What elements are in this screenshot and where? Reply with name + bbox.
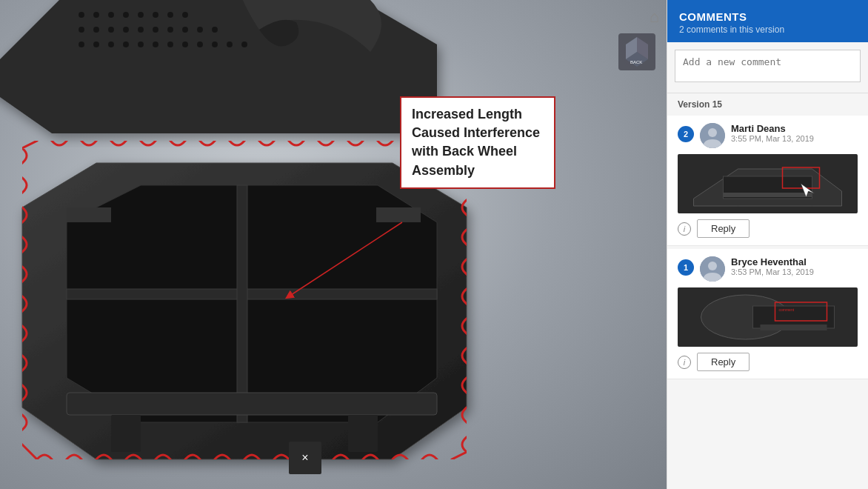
svg-rect-51 xyxy=(724,193,812,197)
reply-button[interactable]: Reply xyxy=(697,353,750,371)
comment-author: Bryce Heventhal xyxy=(731,256,858,267)
svg-rect-36 xyxy=(376,207,421,222)
svg-point-24 xyxy=(153,41,158,47)
info-icon[interactable]: i xyxy=(678,356,691,369)
svg-point-3 xyxy=(108,12,114,18)
svg-point-29 xyxy=(227,41,233,47)
svg-text:BACK: BACK xyxy=(630,60,642,64)
svg-point-5 xyxy=(138,12,144,18)
svg-point-7 xyxy=(167,12,173,18)
info-icon[interactable]: i xyxy=(678,222,691,236)
svg-point-27 xyxy=(197,41,203,47)
svg-point-28 xyxy=(212,41,218,47)
svg-point-15 xyxy=(167,27,173,33)
svg-point-20 xyxy=(93,41,99,47)
comment-author: Marti Deans xyxy=(731,123,858,134)
svg-point-12 xyxy=(123,27,129,33)
reply-button[interactable]: Reply xyxy=(697,219,750,238)
svg-rect-37 xyxy=(67,393,437,415)
svg-point-11 xyxy=(108,27,114,33)
svg-point-2 xyxy=(93,12,99,18)
svg-point-18 xyxy=(212,27,218,33)
svg-point-4 xyxy=(123,12,129,18)
comment-actions: i Reply xyxy=(678,219,858,238)
svg-rect-59 xyxy=(761,325,827,330)
svg-point-6 xyxy=(153,12,158,18)
svg-point-23 xyxy=(138,41,144,47)
svg-point-10 xyxy=(93,27,99,33)
comment-header: 1 Bryce Heventhal 3:53 PM, Mar 13, 2019 xyxy=(678,256,858,282)
svg-point-55 xyxy=(708,262,717,270)
comment-actions: i Reply xyxy=(678,353,858,371)
comment-thumbnail xyxy=(678,154,858,213)
svg-rect-35 xyxy=(67,207,111,222)
annotation-text-box: Increased Length Caused Interference wit… xyxy=(400,96,555,189)
comment-meta: Marti Deans 3:55 PM, Mar 13, 2019 xyxy=(731,123,858,143)
svg-point-19 xyxy=(79,41,84,47)
comment-card: 1 Bryce Heventhal 3:53 PM, Mar 13, 2019 xyxy=(667,249,868,379)
svg-rect-34 xyxy=(237,185,247,422)
comment-meta: Bryce Heventhal 3:53 PM, Mar 13, 2019 xyxy=(731,256,858,276)
comments-panel: COMMENTS 2 comments in this version Vers… xyxy=(667,0,868,489)
svg-point-13 xyxy=(138,27,144,33)
3d-model xyxy=(0,0,667,489)
svg-point-25 xyxy=(167,41,173,47)
3d-viewport: .scallop-path { fill: none; stroke: #cc2… xyxy=(0,0,667,489)
orientation-cube[interactable]: BACK xyxy=(615,30,659,74)
svg-point-21 xyxy=(108,41,114,47)
annotation-label: Increased Length Caused Interference wit… xyxy=(412,107,540,178)
comment-avatar xyxy=(700,123,725,148)
comment-header: 2 Marti Deans 3:55 PM, Mar 13, 2019 xyxy=(678,123,858,148)
svg-point-16 xyxy=(182,27,188,33)
version-label: Version 15 xyxy=(667,93,868,113)
comment-badge: 2 xyxy=(678,126,694,142)
panel-header: COMMENTS 2 comments in this version xyxy=(667,0,868,42)
close-button[interactable]: × xyxy=(289,442,321,474)
new-comment-input[interactable] xyxy=(675,50,861,82)
svg-rect-33 xyxy=(67,289,437,299)
comment-card: 2 Marti Deans 3:55 PM, Mar 13, 2019 xyxy=(667,116,868,246)
svg-point-17 xyxy=(197,27,203,33)
comment-avatar xyxy=(700,256,725,282)
comment-thumbnail: comment xyxy=(678,287,858,347)
svg-rect-38 xyxy=(111,415,141,452)
svg-point-47 xyxy=(708,128,717,137)
new-comment-area xyxy=(667,42,868,93)
comments-list: 2 Marti Deans 3:55 PM, Mar 13, 2019 xyxy=(667,113,868,489)
viewport-controls: ⌂ BACK xyxy=(615,7,659,74)
panel-title: COMMENTS xyxy=(679,10,856,23)
svg-rect-39 xyxy=(348,415,378,452)
svg-point-1 xyxy=(79,12,84,18)
svg-point-22 xyxy=(123,41,129,47)
home-icon[interactable]: ⌂ xyxy=(650,7,659,27)
svg-point-14 xyxy=(153,27,158,33)
svg-text:comment: comment xyxy=(779,307,795,312)
svg-point-9 xyxy=(79,27,84,33)
comment-time: 3:55 PM, Mar 13, 2019 xyxy=(731,134,858,143)
comment-badge: 1 xyxy=(678,259,694,276)
svg-point-30 xyxy=(241,41,247,47)
svg-point-8 xyxy=(182,12,188,18)
svg-point-26 xyxy=(182,41,188,47)
panel-subtitle: 2 comments in this version xyxy=(679,24,856,35)
comment-time: 3:53 PM, Mar 13, 2019 xyxy=(731,267,858,276)
